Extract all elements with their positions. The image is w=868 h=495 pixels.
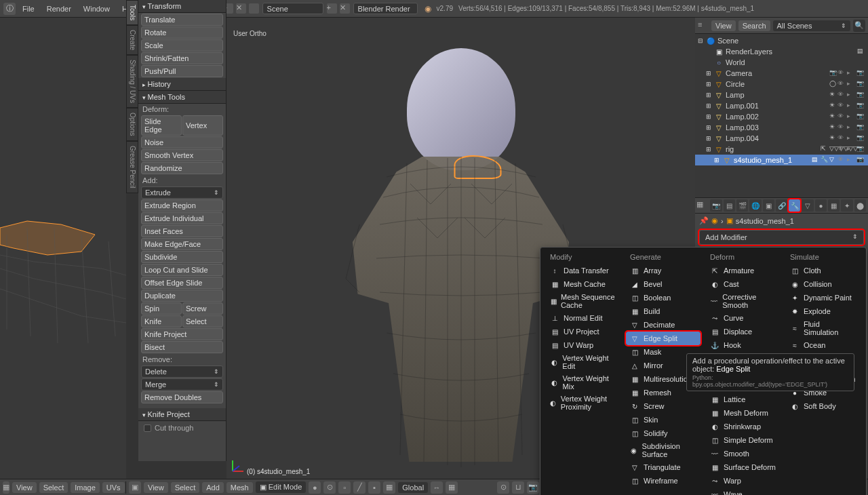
extrude-individual-button[interactable]: Extrude Individual xyxy=(141,212,223,224)
layers-icon[interactable]: ▦ xyxy=(446,481,458,494)
tab-data-icon[interactable]: ▽ xyxy=(802,199,813,212)
mode-dropdown[interactable]: ▣ Edit Mode xyxy=(256,481,307,493)
tab-scene-icon[interactable]: 🎬 xyxy=(736,199,748,212)
bisect-button[interactable]: Bisect xyxy=(141,341,223,353)
tab-constraints-icon[interactable]: 🔗 xyxy=(776,199,787,212)
history-header[interactable]: History xyxy=(138,78,226,91)
menu-render[interactable]: Render xyxy=(41,2,77,16)
tab-object-icon[interactable]: ▣ xyxy=(763,199,774,212)
add-scene-button[interactable]: + xyxy=(327,3,337,14)
outliner-row[interactable]: ▣RenderLayers▤ xyxy=(695,46,868,57)
pivot-icon[interactable]: ⊙ xyxy=(323,481,336,494)
tab-shading-uvs[interactable]: Shading / UVs xyxy=(126,55,138,108)
modifier-item-collision[interactable]: ◉Collision xyxy=(786,277,861,291)
uv-editor-viewport[interactable] xyxy=(0,18,126,479)
3d-select-menu[interactable]: Select xyxy=(171,482,200,493)
3d-add-menu[interactable]: Add xyxy=(202,482,224,493)
pin-icon[interactable]: 📌 xyxy=(699,216,709,225)
slide-edge-button[interactable]: Slide Edge xyxy=(141,115,182,136)
modifier-item-solidify[interactable]: ◫Solidify xyxy=(626,427,701,440)
tab-modifiers-icon[interactable]: 🔧 xyxy=(789,199,800,212)
outliner-row[interactable]: ⊟🔵Scene xyxy=(695,35,868,46)
modifier-item-surface-deform[interactable]: ▦Surface Deform xyxy=(706,460,781,474)
tab-grease-pencil[interactable]: Grease Pencil xyxy=(126,141,138,193)
modifier-item-data-transfer[interactable]: ↕Data Transfer xyxy=(546,264,620,277)
limit-selection-icon[interactable]: ▦ xyxy=(383,481,395,494)
screw-button[interactable]: Screw xyxy=(182,302,223,315)
modifier-item-displace[interactable]: ▤Displace xyxy=(706,325,781,338)
spin-button[interactable]: Spin xyxy=(141,302,182,315)
uv-image-menu[interactable]: Image xyxy=(71,482,100,493)
modifier-item-mesh-deform[interactable]: ▦Mesh Deform xyxy=(706,406,781,420)
outliner-editor-icon[interactable]: ≡ xyxy=(698,20,709,31)
tab-render-icon[interactable]: 📷 xyxy=(710,199,722,212)
subdivide-button[interactable]: Subdivide xyxy=(141,251,223,263)
operator-panel-header[interactable]: Knife Project xyxy=(138,408,226,421)
del-scene-button[interactable]: ✕ xyxy=(340,3,350,14)
modifier-item-wireframe[interactable]: ◫Wireframe xyxy=(626,474,701,488)
outliner-row[interactable]: ○World xyxy=(695,57,868,68)
modifier-item-curve[interactable]: ⤳Curve xyxy=(706,311,781,325)
modifier-item-uv-warp[interactable]: ▤UV Warp xyxy=(546,338,620,352)
modifier-item-edge-split[interactable]: ▽Edge Split xyxy=(626,332,701,345)
knife-button[interactable]: Knife xyxy=(141,315,182,328)
modifier-item-dynamic-paint[interactable]: ✦Dynamic Paint xyxy=(786,291,861,304)
vertex-select-icon[interactable]: ▫ xyxy=(338,481,351,494)
modifier-item-shrinkwrap[interactable]: ◐Shrinkwrap xyxy=(706,420,781,433)
edge-select-icon[interactable]: ╱ xyxy=(353,481,366,494)
uv-uvs-menu[interactable]: UVs xyxy=(102,482,125,493)
rotate-button[interactable]: Rotate xyxy=(141,26,223,39)
knife-project-button[interactable]: Knife Project xyxy=(141,328,223,340)
outliner-filter-dropdown[interactable]: All Scenes xyxy=(773,20,850,31)
push-pull-button[interactable]: Push/Pull xyxy=(141,65,223,77)
snap-icon[interactable]: ⊔ xyxy=(512,481,524,494)
3d-view-menu[interactable]: View xyxy=(144,482,168,493)
modifier-item-array[interactable]: ▥Array xyxy=(626,264,701,277)
uv-editor-type-icon[interactable]: ▦ xyxy=(3,481,9,494)
cut-through-checkbox[interactable] xyxy=(144,424,151,432)
modifier-item-simple-deform[interactable]: ◫Simple Deform xyxy=(706,433,781,447)
tab-tools[interactable]: Tools xyxy=(126,0,138,25)
vertex-button[interactable]: Vertex xyxy=(182,115,223,136)
shrink-fatten-button[interactable]: Shrink/Fatten xyxy=(141,52,223,64)
loop-cut-button[interactable]: Loop Cut and Slide xyxy=(141,264,223,276)
modifier-item-explode[interactable]: ✸Explode xyxy=(786,304,861,318)
modifier-item-skin[interactable]: ◫Skin xyxy=(626,413,701,427)
outliner-row[interactable]: ⊞▽Camera📷👁▸📷 xyxy=(695,68,868,79)
knife-select-button[interactable]: Select xyxy=(182,315,223,328)
uv-select-menu[interactable]: Select xyxy=(39,482,68,493)
modifier-item-build[interactable]: ▦Build xyxy=(626,304,701,318)
tab-render-layers-icon[interactable]: ▤ xyxy=(724,199,735,212)
modifier-item-lattice[interactable]: ▦Lattice xyxy=(706,393,781,406)
inset-faces-button[interactable]: Inset Faces xyxy=(141,225,223,237)
modifier-item-uv-project[interactable]: ▤UV Project xyxy=(546,325,620,338)
tab-particles-icon[interactable]: ✦ xyxy=(841,199,852,212)
delete-dropdown[interactable]: Delete xyxy=(141,365,223,378)
remove-doubles-button[interactable]: Remove Doubles xyxy=(141,391,223,403)
modifier-item-corrective-smooth[interactable]: 〰Corrective Smooth xyxy=(706,291,781,311)
outliner-row[interactable]: ⊞▽Lamp.003☀👁▸📷 xyxy=(695,122,868,133)
modifier-item-mesh-sequence-cache[interactable]: ▦Mesh Sequence Cache xyxy=(546,291,620,311)
tab-options[interactable]: Options xyxy=(126,108,138,140)
modifier-item-mesh-cache[interactable]: ▦Mesh Cache xyxy=(546,277,620,291)
mesh-tools-header[interactable]: Mesh Tools xyxy=(138,91,226,104)
duplicate-button[interactable]: Duplicate xyxy=(141,290,223,302)
proportional-edit-icon[interactable]: ⊙ xyxy=(497,481,509,494)
tab-create[interactable]: Create xyxy=(126,25,138,55)
modifier-item-bevel[interactable]: ◢Bevel xyxy=(626,277,701,291)
outliner-row[interactable]: ⊞▽Lamp.002☀👁▸📷 xyxy=(695,111,868,122)
search-icon[interactable]: 🔍 xyxy=(853,20,865,32)
extrude-region-button[interactable]: Extrude Region xyxy=(141,199,223,212)
orientation-dropdown[interactable]: Global xyxy=(398,482,428,493)
modifier-item-armature[interactable]: ⇱Armature xyxy=(706,264,781,277)
3d-editor-type-icon[interactable]: ▣ xyxy=(129,481,141,494)
extrude-dropdown[interactable]: Extrude xyxy=(141,186,223,199)
face-select-icon[interactable]: ▪ xyxy=(368,481,380,494)
tab-world-icon[interactable]: 🌐 xyxy=(749,199,761,212)
modifier-item-decimate[interactable]: ▽Decimate xyxy=(626,318,701,332)
modifier-item-fluid-simulation[interactable]: ≈Fluid Simulation xyxy=(786,318,861,338)
menu-window[interactable]: Window xyxy=(78,2,115,16)
3d-mesh-menu[interactable]: Mesh xyxy=(226,482,253,493)
opengl-render-icon[interactable]: 📷 xyxy=(527,481,539,494)
manipulator-icon[interactable]: ↔ xyxy=(431,481,443,494)
